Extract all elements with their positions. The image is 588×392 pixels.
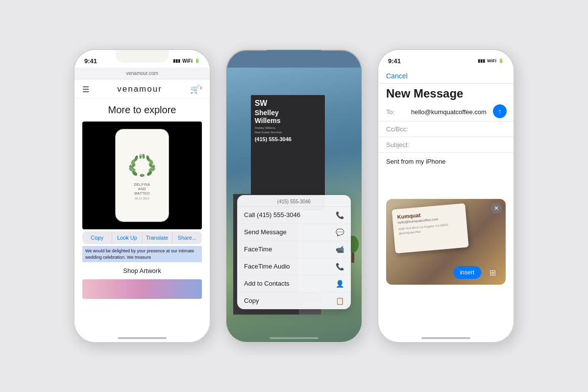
hamburger-icon[interactable]: ☰: [82, 85, 89, 94]
phone1-selected-text: We would be delighted by your presence a…: [82, 246, 202, 262]
send-icon: ↑: [498, 107, 502, 115]
ctx-copy[interactable]: Copy: [82, 231, 112, 244]
svg-point-13: [130, 164, 132, 166]
ctx-share[interactable]: Share...: [172, 231, 202, 244]
wedding-date: 08.21.2021: [135, 197, 149, 200]
phone2-home-indicator: [270, 337, 318, 339]
phone1-context-menu: Copy Look Up Translate Share...: [82, 231, 202, 244]
phone-3: 9:41 ▮▮▮ WiFi 🔋 Cancel New Message ↑ To:…: [377, 49, 514, 343]
facetime-icon: 📹: [336, 245, 344, 253]
insert-button[interactable]: insert: [453, 266, 481, 279]
cc-label: Cc/Bcc:: [386, 125, 408, 133]
battery-icon: 🔋: [195, 58, 200, 63]
wifi-icon: WiFi: [182, 58, 193, 64]
phone1-inner-phone: DELFINAANDMATTEO 08.21.2021: [115, 129, 169, 222]
phone1-url: venamour.com: [126, 71, 158, 76]
mail-subject-field[interactable]: Subject:: [378, 137, 514, 153]
signal-icon-3: ▮▮▮: [478, 58, 485, 63]
copy-icon: 📋: [336, 297, 344, 305]
phone1-nav: ☰ venamour 🛒0: [74, 79, 210, 98]
attachment-close-button[interactable]: ✕: [491, 203, 502, 214]
phone-2: 9:41 SW ShelleyWillems Shelley WillemsRe…: [225, 49, 363, 343]
dropdown-header: (415) 555-3046: [237, 195, 351, 207]
wreath-svg: [127, 151, 157, 180]
call-icon: 📞: [336, 211, 344, 219]
sign-phone: (415) 555-3046: [255, 136, 321, 142]
phone3-home-indicator: [421, 337, 470, 339]
to-label: To:: [386, 108, 408, 116]
phone3-content: Cancel New Message ↑ To: hello@kumquatco…: [378, 68, 514, 342]
dropdown-message-label: Send Message: [244, 228, 287, 236]
svg-point-7: [142, 154, 145, 159]
subject-label: Subject:: [386, 141, 409, 148]
phone2-content: SW ShelleyWillems Shelley WillemsReal Es…: [226, 68, 362, 342]
message-icon: 💬: [336, 228, 344, 236]
mail-title-area: New Message ↑: [378, 84, 514, 102]
dropdown-facetime-audio-label: FaceTime Audio: [244, 263, 290, 270]
dropdown-call-label: Call (415) 555-3046: [244, 211, 300, 219]
phone1-hero-title: More to explore: [82, 104, 202, 116]
phone1-notch: [115, 50, 169, 63]
svg-point-15: [140, 154, 142, 156]
mail-attachment: Kumquat hello@kumquatcoffee.com 4936 Yor…: [386, 199, 506, 285]
battery-icon-3: 🔋: [498, 58, 504, 63]
phone1-time: 9:41: [84, 57, 97, 65]
dropdown-add-contacts-label: Add to Contacts: [244, 280, 290, 287]
dropdown-facetime-audio[interactable]: FaceTime Audio 📞: [237, 258, 351, 275]
mail-cc-field[interactable]: Cc/Bcc:: [378, 122, 514, 137]
phone1-content: venamour.com ☰ venamour 🛒0 More to explo…: [74, 68, 210, 342]
send-button[interactable]: ↑: [493, 104, 507, 118]
wedding-text: DELFINAANDMATTEO: [134, 182, 150, 196]
business-card: Kumquat hello@kumquatcoffee.com 4936 Yor…: [392, 203, 468, 254]
dropdown-facetime[interactable]: FaceTime 📹: [237, 241, 351, 258]
ctx-translate[interactable]: Translate: [143, 231, 172, 244]
phone1-home-indicator: [118, 337, 167, 339]
phone1-browser-bar: venamour.com: [74, 68, 210, 79]
brand-name: venamour: [117, 84, 162, 94]
wifi-icon-3: WiFi: [487, 58, 496, 63]
mail-title: New Message: [378, 84, 514, 102]
wedding-card: DELFINAANDMATTEO 08.21.2021: [116, 129, 169, 221]
dropdown-message[interactable]: Send Message 💬: [237, 224, 351, 241]
signal-icon: ▮▮▮: [173, 58, 180, 63]
sign-name: ShelleyWillems: [255, 109, 321, 124]
sign-sw: SW: [255, 99, 321, 108]
sign-board: SW ShelleyWillems Shelley WillemsReal Es…: [251, 95, 325, 210]
dropdown-add-contacts[interactable]: Add to Contacts 👤: [237, 275, 351, 293]
mail-body-text: Sent from my iPhone: [386, 158, 445, 165]
svg-point-14: [152, 164, 154, 166]
cancel-button[interactable]: Cancel: [386, 72, 408, 80]
facetime-audio-icon: 📞: [336, 263, 344, 270]
scan-icon[interactable]: ⊞: [486, 266, 499, 279]
sign-sub: Shelley WillemsReal Estate Services: [255, 126, 321, 134]
phone1-bottom-strip: [82, 279, 202, 299]
phone1-status-icons: ▮▮▮ WiFi 🔋: [173, 58, 200, 64]
phone2-dropdown: (415) 555-3046 Call (415) 555-3046 📞 Sen…: [237, 195, 351, 309]
to-value: hello@kumquatcoffee.com: [411, 108, 495, 116]
phone3-status-icons: ▮▮▮ WiFi 🔋: [478, 58, 504, 63]
phone-1: 9:41 ▮▮▮ WiFi 🔋 venamour.com ☰ venamour …: [74, 49, 211, 343]
cart-icon[interactable]: 🛒0: [190, 85, 202, 94]
contacts-icon: 👤: [336, 280, 344, 288]
dropdown-facetime-label: FaceTime: [244, 245, 272, 253]
phone3-notch: [419, 50, 473, 63]
phone1-hero: More to explore: [74, 98, 210, 120]
phone1-shop: Shop Artwork: [74, 264, 210, 277]
phone3-time: 9:41: [388, 57, 401, 65]
ctx-lookup[interactable]: Look Up: [112, 231, 142, 244]
dropdown-call[interactable]: Call (415) 555-3046 📞: [237, 207, 351, 224]
dropdown-copy[interactable]: Copy 📋: [237, 293, 351, 309]
svg-point-12: [140, 174, 145, 177]
mail-body[interactable]: Sent from my iPhone: [378, 153, 514, 197]
phone2-notch: [267, 50, 321, 63]
dropdown-copy-label: Copy: [244, 297, 259, 304]
mail-header: Cancel: [378, 68, 514, 84]
phone1-card: DELFINAANDMATTEO 08.21.2021: [82, 122, 202, 229]
